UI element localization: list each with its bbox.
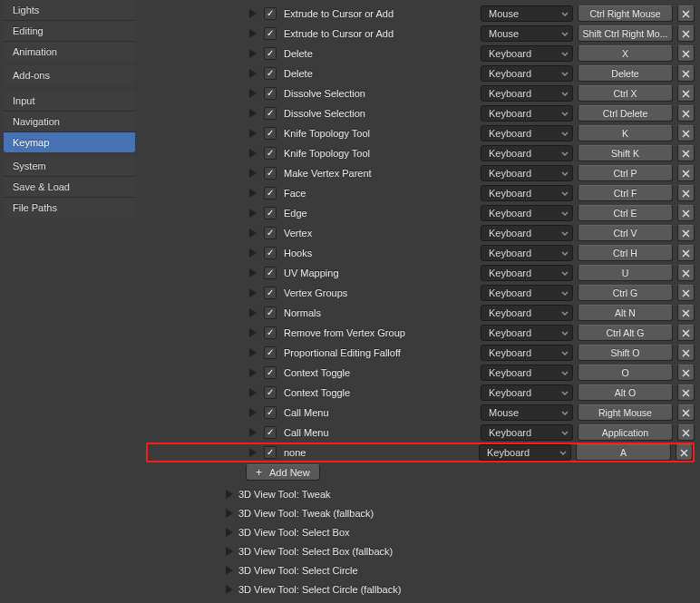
remove-keymap-button[interactable] — [677, 305, 695, 321]
sidebar-item-navigation[interactable]: Navigation — [4, 112, 135, 132]
event-type-select[interactable]: Keyboard — [481, 65, 573, 82]
event-type-select[interactable]: Keyboard — [481, 185, 573, 201]
remove-keymap-button[interactable] — [677, 384, 695, 401]
event-type-select[interactable]: Keyboard — [481, 225, 573, 241]
remove-keymap-button[interactable] — [677, 285, 695, 301]
shortcut-button[interactable]: Ctrl H — [578, 245, 673, 261]
disclosure-triangle-icon[interactable] — [248, 88, 258, 99]
sidebar-item-keymap[interactable]: Keymap — [4, 132, 135, 152]
remove-keymap-button[interactable] — [676, 444, 693, 461]
keymap-enable-checkbox[interactable] — [264, 147, 277, 160]
keymap-section[interactable]: 3D View Tool: Tweak — [224, 489, 695, 500]
shortcut-button[interactable]: Ctrl P — [578, 165, 673, 181]
shortcut-button[interactable]: Ctrl E — [578, 205, 673, 221]
keymap-enable-checkbox[interactable] — [264, 386, 277, 399]
remove-keymap-button[interactable] — [677, 25, 695, 42]
keymap-enable-checkbox[interactable] — [264, 87, 277, 100]
disclosure-triangle-icon[interactable] — [248, 267, 258, 278]
shortcut-button[interactable]: Shift O — [578, 345, 673, 361]
remove-keymap-button[interactable] — [677, 365, 695, 381]
keymap-section[interactable]: 3D View Tool: Select Box (fallback) — [224, 546, 695, 557]
disclosure-triangle-icon[interactable] — [248, 8, 258, 19]
remove-keymap-button[interactable] — [677, 185, 695, 201]
remove-keymap-button[interactable] — [677, 85, 695, 102]
keymap-section[interactable]: 3D View Tool: Select Circle — [224, 565, 695, 576]
keymap-enable-checkbox[interactable] — [264, 107, 277, 120]
sidebar-item-animation[interactable]: Animation — [4, 42, 135, 62]
event-type-select[interactable]: Keyboard — [479, 444, 571, 461]
disclosure-triangle-icon[interactable] — [248, 48, 258, 59]
event-type-select[interactable]: Keyboard — [481, 424, 573, 441]
event-type-select[interactable]: Keyboard — [481, 325, 573, 341]
keymap-enable-checkbox[interactable] — [264, 366, 277, 379]
remove-keymap-button[interactable] — [677, 5, 695, 22]
remove-keymap-button[interactable] — [677, 325, 695, 341]
shortcut-button[interactable]: A — [576, 444, 671, 461]
keymap-section[interactable]: 3D View Tool: Tweak (fallback) — [224, 508, 695, 519]
keymap-section[interactable]: 3D View Tool: Select Box — [224, 527, 695, 538]
event-type-select[interactable]: Mouse — [481, 25, 573, 42]
disclosure-triangle-icon[interactable] — [224, 527, 235, 538]
event-type-select[interactable]: Keyboard — [481, 125, 573, 141]
keymap-enable-checkbox[interactable] — [264, 326, 277, 339]
disclosure-triangle-icon[interactable] — [224, 565, 235, 576]
event-type-select[interactable]: Mouse — [481, 404, 573, 421]
remove-keymap-button[interactable] — [677, 404, 695, 421]
keymap-enable-checkbox[interactable] — [264, 426, 277, 439]
shortcut-button[interactable]: Alt N — [578, 305, 673, 321]
shortcut-button[interactable]: Alt O — [578, 384, 673, 401]
keymap-enable-checkbox[interactable] — [264, 446, 277, 459]
remove-keymap-button[interactable] — [677, 245, 695, 261]
keymap-enable-checkbox[interactable] — [264, 167, 277, 180]
event-type-select[interactable]: Keyboard — [481, 85, 573, 102]
event-type-select[interactable]: Keyboard — [481, 345, 573, 361]
remove-keymap-button[interactable] — [677, 424, 695, 441]
keymap-enable-checkbox[interactable] — [264, 187, 277, 199]
keymap-enable-checkbox[interactable] — [264, 346, 277, 359]
remove-keymap-button[interactable] — [677, 65, 695, 82]
disclosure-triangle-icon[interactable] — [248, 208, 258, 219]
remove-keymap-button[interactable] — [677, 165, 695, 181]
disclosure-triangle-icon[interactable] — [248, 168, 258, 179]
disclosure-triangle-icon[interactable] — [248, 188, 258, 199]
sidebar-item-system[interactable]: System — [4, 156, 135, 177]
shortcut-button[interactable]: Ctrl Alt G — [578, 325, 673, 341]
disclosure-triangle-icon[interactable] — [224, 508, 235, 519]
shortcut-button[interactable]: X — [578, 45, 673, 62]
shortcut-button[interactable]: Ctrl V — [578, 225, 673, 241]
keymap-enable-checkbox[interactable] — [264, 406, 277, 419]
shortcut-button[interactable]: Ctrl Right Mouse — [578, 5, 673, 22]
keymap-enable-checkbox[interactable] — [264, 7, 277, 20]
event-type-select[interactable]: Mouse — [481, 5, 573, 22]
keymap-enable-checkbox[interactable] — [264, 227, 277, 239]
disclosure-triangle-icon[interactable] — [248, 427, 258, 438]
sidebar-item-save-load[interactable]: Save & Load — [4, 177, 135, 198]
keymap-enable-checkbox[interactable] — [264, 287, 277, 299]
event-type-select[interactable]: Keyboard — [481, 365, 573, 381]
sidebar-item-lights[interactable]: Lights — [4, 0, 135, 21]
sidebar-item-input[interactable]: Input — [4, 91, 135, 112]
event-type-select[interactable]: Keyboard — [481, 305, 573, 321]
shortcut-button[interactable]: Shift K — [578, 145, 673, 161]
disclosure-triangle-icon[interactable] — [248, 28, 258, 39]
event-type-select[interactable]: Keyboard — [481, 205, 573, 221]
shortcut-button[interactable]: Shift Ctrl Right Mo... — [578, 25, 673, 42]
sidebar-item-editing[interactable]: Editing — [4, 21, 135, 42]
remove-keymap-button[interactable] — [677, 225, 695, 241]
event-type-select[interactable]: Keyboard — [481, 145, 573, 161]
shortcut-button[interactable]: Ctrl X — [578, 85, 673, 102]
keymap-enable-checkbox[interactable] — [264, 67, 277, 80]
sidebar-item-file-paths[interactable]: File Paths — [4, 198, 135, 218]
disclosure-triangle-icon[interactable] — [224, 546, 235, 557]
disclosure-triangle-icon[interactable] — [224, 584, 235, 595]
event-type-select[interactable]: Keyboard — [481, 384, 573, 401]
keymap-enable-checkbox[interactable] — [264, 27, 277, 40]
remove-keymap-button[interactable] — [677, 345, 695, 361]
shortcut-button[interactable]: Ctrl G — [578, 285, 673, 301]
event-type-select[interactable]: Keyboard — [481, 285, 573, 301]
disclosure-triangle-icon[interactable] — [248, 367, 258, 378]
disclosure-triangle-icon[interactable] — [248, 387, 258, 398]
disclosure-triangle-icon[interactable] — [248, 407, 258, 418]
event-type-select[interactable]: Keyboard — [481, 165, 573, 181]
disclosure-triangle-icon[interactable] — [248, 447, 258, 458]
